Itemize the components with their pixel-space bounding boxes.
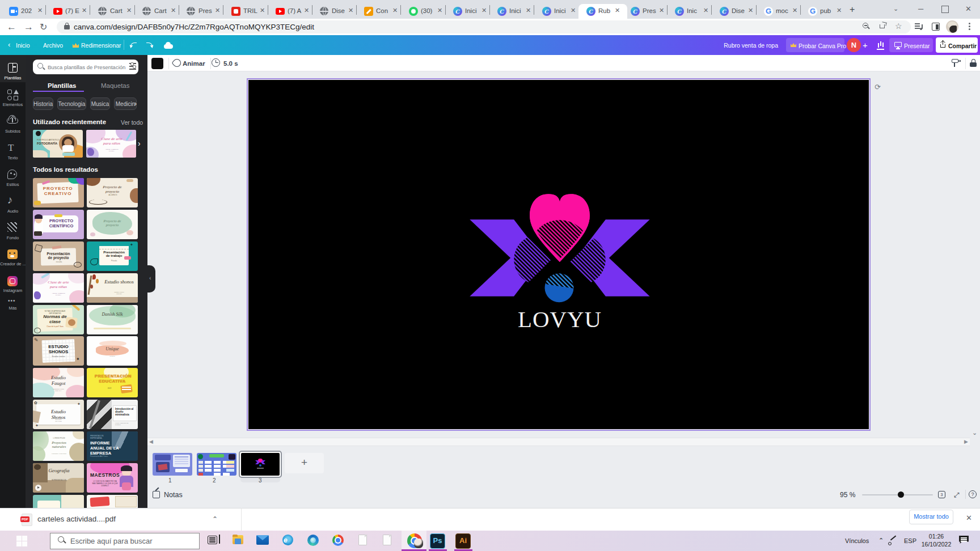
svg-text:LOVYU: LOVYU	[518, 307, 602, 332]
